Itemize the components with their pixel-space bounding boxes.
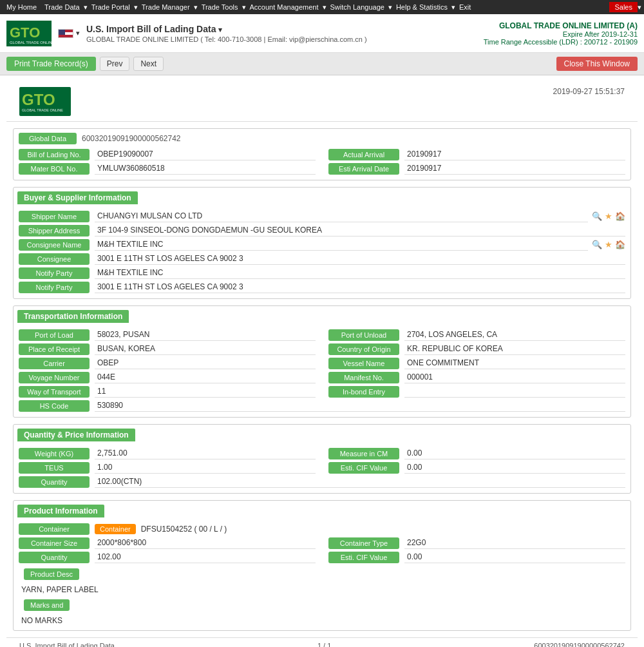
svg-text:GLOBAL TRADE ONLINE: GLOBAL TRADE ONLINE — [22, 108, 63, 112]
cif-value: 0.00 — [404, 461, 625, 474]
quantity-row: Quantity 102.00(CTN) — [19, 476, 625, 488]
next-button-top[interactable]: Next — [133, 57, 164, 71]
container-tag: Container — [95, 524, 136, 534]
notify-party-label: Notify Party — [19, 267, 90, 279]
product-section: Product Information Container Container … — [13, 500, 631, 631]
doc-footer-left: U.S. Import Bill of Lading Data — [19, 642, 115, 647]
global-data-row: Global Data 60032019091900000562742 — [19, 133, 625, 144]
doc-header: GTO GLOBAL TRADE ONLINE 2019-09-27 15:51… — [6, 82, 638, 122]
nav-my-home[interactable]: My Home — [3, 3, 41, 11]
global-data-value: 60032019091900000562742 — [82, 134, 181, 143]
doc-footer-center: 1 / 1 — [317, 642, 331, 647]
hs-code-label: HS Code — [19, 400, 90, 412]
hs-code-row: HS Code 530890 — [19, 400, 625, 412]
close-button-top[interactable]: Close This Window — [556, 57, 638, 71]
top-navigation: My Home Trade Data ▾ Trade Portal ▾ Trad… — [0, 0, 644, 14]
container-size-half: Container Size 2000*806*800 — [19, 537, 316, 549]
mater-bol-value: YMLUW360860518 — [95, 162, 316, 175]
shipper-home-icon[interactable]: 🏠 — [615, 211, 625, 221]
consignee-search-icon[interactable]: 🔍 — [592, 240, 602, 249]
manifest-value: 000001 — [404, 371, 625, 383]
prod-quantity-value: 102.00 — [95, 551, 316, 563]
esti-arrival-half: Esti Arrival Date 20190917 — [328, 162, 625, 175]
consignee-home-icon[interactable]: 🏠 — [615, 240, 625, 249]
prev-button-top[interactable]: Prev — [100, 57, 130, 71]
quantity-price-title-row: Quantity & Price Information — [14, 425, 630, 445]
measure-half: Measure in CM 0.00 — [328, 447, 625, 459]
transportation-title-row: Transportation Information — [14, 306, 630, 327]
cif-half: Esti. CIF Value 0.00 — [328, 461, 625, 474]
nav-switch-language[interactable]: Switch Language — [327, 3, 388, 11]
buyer-supplier-section-title: Buyer & Supplier Information — [17, 191, 138, 204]
expire-date: Expire After 2019-12-31 — [484, 30, 638, 38]
container-value-area: Container DFSU1504252 ( 00 / L / ) — [95, 524, 625, 534]
nav-trade-manager[interactable]: Trade Manager — [138, 3, 194, 11]
measure-label: Measure in CM — [328, 448, 399, 459]
shipper-address-label: Shipper Address — [19, 225, 90, 237]
marks-value: NO MARKS — [21, 616, 625, 625]
header-title-block: U.S. Import Bill of Lading Data ▾ GLOBAL… — [86, 24, 484, 43]
weight-value: 2,751.00 — [95, 447, 316, 459]
transportation-section-title: Transportation Information — [17, 310, 129, 323]
shipper-name-value: CHUANGYI MULSAN CO LTD — [95, 210, 588, 222]
weight-label: Weight (KG) — [19, 448, 90, 459]
port-unload-label: Port of Unload — [328, 329, 399, 341]
nav-exit[interactable]: Exit — [455, 3, 475, 11]
container-label: Container — [19, 523, 90, 535]
prod-quantity-cif-row: Quantity 102.00 Esti. CIF Value 0.00 — [19, 551, 625, 563]
way-transport-label: Way of Transport — [19, 386, 90, 398]
consignee-star-icon[interactable]: ★ — [605, 240, 612, 249]
port-row: Port of Load 58023, PUSAN Port of Unload… — [19, 329, 625, 341]
bol-row: Bill of Lading No. OBEP19090007 Actual A… — [19, 148, 625, 160]
header-title-text: U.S. Import Bill of Lading Data — [86, 24, 216, 34]
container-value: DFSU1504252 ( 00 / L / ) — [141, 525, 227, 534]
product-desc-value: YARN, PAPER LABEL — [21, 585, 625, 594]
teus-cif-row: TEUS 1.00 Esti. CIF Value 0.00 — [19, 461, 625, 474]
vessel-name-label: Vessel Name — [328, 358, 399, 369]
global-data-label: Global Data — [19, 133, 77, 144]
place-receipt-label: Place of Receipt — [19, 343, 90, 355]
product-desc-section: Product Desc — [19, 566, 625, 583]
header-right: GLOBAL TRADE ONLINE LIMITED (A) Expire A… — [484, 21, 638, 46]
country-origin-label: Country of Origin — [328, 343, 399, 355]
inbond-half: In-bond Entry — [328, 386, 625, 398]
prod-quantity-label: Quantity — [19, 552, 90, 563]
container-type-value: 22G0 — [404, 537, 625, 549]
nav-trade-tools[interactable]: Trade Tools — [198, 3, 242, 11]
nav-sales[interactable]: Sales — [609, 2, 638, 12]
nav-help-statistics[interactable]: Help & Statistics — [392, 3, 451, 11]
carrier-half: Carrier OBEP — [19, 357, 316, 369]
prod-cif-label: Esti. CIF Value — [328, 552, 399, 563]
header-title: U.S. Import Bill of Lading Data ▾ — [86, 24, 484, 34]
consignee-name-actions: 🔍 ★ 🏠 — [592, 240, 625, 249]
shipper-star-icon[interactable]: ★ — [605, 211, 612, 221]
consignee-value: 3001 E 11TH ST LOS AGELES CA 9002 3 — [95, 253, 625, 265]
prod-quantity-half: Quantity 102.00 — [19, 551, 316, 563]
actual-arrival-value: 20190917 — [404, 148, 625, 160]
nav-trade-portal[interactable]: Trade Portal — [88, 3, 134, 11]
way-transport-half: Way of Transport 11 — [19, 385, 316, 398]
shipper-search-icon[interactable]: 🔍 — [592, 211, 602, 221]
doc-footer-right: 60032019091900000562742 — [534, 642, 625, 647]
port-unload-value: 2704, LOS ANGELES, CA — [404, 329, 625, 341]
marks-label: Marks and — [24, 599, 70, 611]
header-title-dropdown[interactable]: ▾ — [218, 26, 222, 34]
product-desc-label: Product Desc — [24, 568, 79, 580]
carrier-vessel-row: Carrier OBEP Vessel Name ONE COMMITMENT — [19, 357, 625, 369]
esti-arrival-label: Esti Arrival Date — [328, 163, 399, 175]
notify-party-row: Notify Party M&H TEXTILE INC — [19, 267, 625, 279]
container-size-type-row: Container Size 2000*806*800 Container Ty… — [19, 537, 625, 549]
header-bar: GTO GLOBAL TRADE ONLINE ▾ U.S. Import Bi… — [0, 14, 644, 53]
product-section-title: Product Information — [17, 505, 104, 517]
nav-account-management[interactable]: Account Management — [246, 3, 323, 11]
transportation-section: Transportation Information Port of Load … — [13, 305, 631, 418]
country-origin-half: Country of Origin KR. REPUBLIC OF KOREA — [328, 343, 625, 355]
shipper-name-label: Shipper Name — [19, 211, 90, 222]
flag-dropdown[interactable]: ▾ — [76, 29, 80, 37]
nav-trade-data[interactable]: Trade Data — [41, 3, 84, 11]
company-name: GLOBAL TRADE ONLINE LIMITED (A) — [484, 21, 638, 30]
port-load-label: Port of Load — [19, 329, 90, 341]
vessel-name-value: ONE COMMITMENT — [404, 357, 625, 369]
print-button-top[interactable]: Print Trade Record(s) — [6, 57, 96, 71]
marks-section: Marks and — [19, 597, 625, 613]
